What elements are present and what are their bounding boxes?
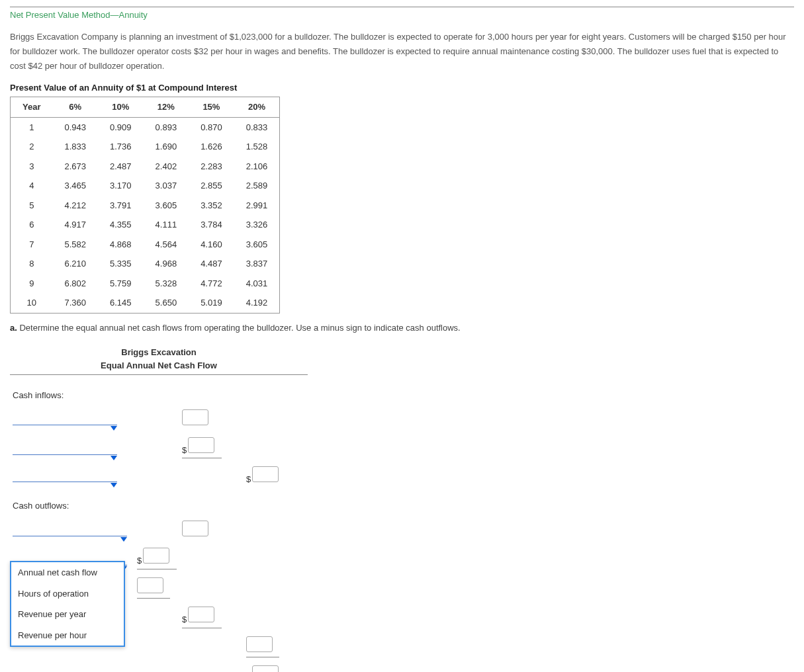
table-cell: 5.335 <box>98 254 144 274</box>
table-cell: 3.352 <box>189 196 234 216</box>
final-input[interactable] <box>252 665 279 672</box>
table-cell: 4.031 <box>234 274 280 294</box>
table-cell: 2.855 <box>189 176 234 196</box>
table-cell: 3.326 <box>234 215 280 235</box>
table-cell: 8 <box>11 254 53 274</box>
cashflow-subtitle: Equal Annual Net Cash Flow <box>10 359 308 376</box>
table-cell: 4.772 <box>189 274 234 294</box>
table-header: 12% <box>144 97 189 118</box>
table-header: 10% <box>98 97 144 118</box>
outflow-dropdown-1[interactable] <box>13 536 127 536</box>
table-cell: 2.673 <box>52 157 98 177</box>
outflow-input-2[interactable] <box>143 548 169 564</box>
table-cell: 4.868 <box>98 235 144 255</box>
table-cell: 4.355 <box>98 215 144 235</box>
table-cell: 5.328 <box>144 274 189 294</box>
page-title: Net Present Value Method—Annuity <box>10 7 794 24</box>
table-cell: 3.037 <box>144 176 189 196</box>
cashflow-table: Cash inflows: $ $ Cash outflows: <box>10 379 308 672</box>
table-cell: 5 <box>11 196 53 216</box>
dropdown-menu[interactable]: Annual net cash flowHours of operationRe… <box>10 561 125 647</box>
table-cell: 0.943 <box>52 117 98 137</box>
table-cell: 0.870 <box>189 117 234 137</box>
dropdown-option[interactable]: Revenue per year <box>11 604 124 625</box>
problem-statement: Briggs Excavation Company is planning an… <box>10 30 794 73</box>
table-cell: 10 <box>11 293 53 313</box>
table-cell: 2 <box>11 137 53 157</box>
table-cell: 4.212 <box>52 196 98 216</box>
table-cell: 6.210 <box>52 254 98 274</box>
inflow-input-2[interactable] <box>188 437 214 453</box>
inflow-dropdown-1[interactable] <box>13 425 117 425</box>
table-cell: 2.487 <box>98 157 144 177</box>
table-cell: 1.736 <box>98 137 144 157</box>
cash-outflows-label: Cash outflows: <box>10 490 308 517</box>
table-cell: 4.917 <box>52 215 98 235</box>
table-cell: 4.111 <box>144 215 189 235</box>
table-cell: 3.605 <box>234 235 280 255</box>
part-a-label: a. <box>10 323 17 333</box>
table-cell: 4.487 <box>189 254 234 274</box>
table-cell: 5.650 <box>144 293 189 313</box>
table-cell: 6.802 <box>52 274 98 294</box>
table-cell: 5.019 <box>189 293 234 313</box>
table-header: 6% <box>52 97 98 118</box>
annuity-table: Year6%10%12%15%20% 10.9430.9090.8930.870… <box>10 97 280 314</box>
table-cell: 3.170 <box>98 176 144 196</box>
table-header: 15% <box>189 97 234 118</box>
table-cell: 2.589 <box>234 176 280 196</box>
chevron-down-icon <box>111 483 117 487</box>
chevron-down-icon <box>111 456 117 460</box>
table-cell: 6 <box>11 215 53 235</box>
table-cell: 7 <box>11 235 53 255</box>
table-cell: 2.991 <box>234 196 280 216</box>
inflow-dropdown-2[interactable] <box>13 454 117 455</box>
table-cell: 3.837 <box>234 254 280 274</box>
part-a-instruction: a. Determine the equal annual net cash f… <box>10 321 794 335</box>
table-cell: 4.192 <box>234 293 280 313</box>
table-cell: 3 <box>11 157 53 177</box>
inflow-input-1[interactable] <box>182 409 208 425</box>
table-cell: 4.564 <box>144 235 189 255</box>
table-cell: 0.833 <box>234 117 280 137</box>
table-cell: 0.893 <box>144 117 189 137</box>
cashflow-company: Briggs Excavation <box>10 346 308 359</box>
table-cell: 4.160 <box>189 235 234 255</box>
table-cell: 3.791 <box>98 196 144 216</box>
cash-inflows-label: Cash inflows: <box>10 379 308 405</box>
table-cell: 4 <box>11 176 53 196</box>
table-cell: 9 <box>11 274 53 294</box>
table-header: Year <box>11 97 53 118</box>
outflow-input-3[interactable] <box>137 577 163 593</box>
table-cell: 2.402 <box>144 157 189 177</box>
chevron-down-icon <box>111 426 117 431</box>
table-cell: 2.106 <box>234 157 280 177</box>
table-cell: 1 <box>11 117 53 137</box>
annuity-table-title: Present Value of an Annuity of $1 at Com… <box>10 81 794 95</box>
table-cell: 3.465 <box>52 176 98 196</box>
dropdown-option[interactable]: Hours of operation <box>11 583 124 605</box>
table-cell: 5.582 <box>52 235 98 255</box>
table-cell: 1.833 <box>52 137 98 157</box>
table-cell: 1.626 <box>189 137 234 157</box>
table-cell: 3.784 <box>189 215 234 235</box>
table-header: 20% <box>234 97 280 118</box>
chevron-down-icon <box>120 537 127 542</box>
part-a-text: Determine the equal annual net cash flow… <box>19 323 460 333</box>
dropdown-option[interactable]: Revenue per hour <box>11 625 124 646</box>
inflow-dropdown-3[interactable] <box>13 482 117 482</box>
outflow-input-4[interactable] <box>188 607 214 622</box>
dropdown-option[interactable]: Annual net cash flow <box>11 562 124 583</box>
table-cell: 3.605 <box>144 196 189 216</box>
table-cell: 0.909 <box>98 117 144 137</box>
table-cell: 2.283 <box>189 157 234 177</box>
outflow-input-5[interactable] <box>246 636 273 652</box>
table-cell: 1.528 <box>234 137 280 157</box>
outflow-input-1[interactable] <box>182 521 208 536</box>
table-cell: 6.145 <box>98 293 144 313</box>
table-cell: 7.360 <box>52 293 98 313</box>
table-cell: 4.968 <box>144 254 189 274</box>
table-cell: 1.690 <box>144 137 189 157</box>
table-cell: 5.759 <box>98 274 144 294</box>
inflow-input-3[interactable] <box>252 466 279 482</box>
